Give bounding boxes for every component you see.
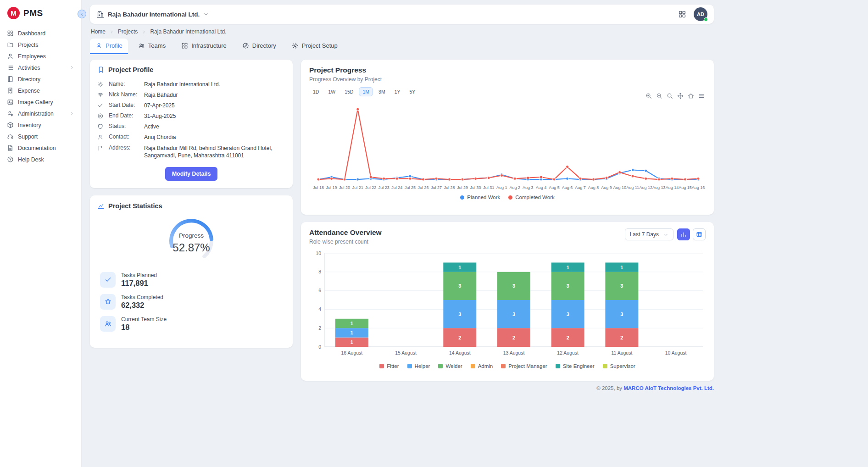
legend-welder[interactable]: Welder <box>438 363 462 369</box>
legend-admin[interactable]: Admin <box>471 363 493 369</box>
tab-teams[interactable]: Teams <box>133 39 171 54</box>
sidebar-item-documentation[interactable]: Documentation <box>0 142 81 154</box>
legend-label: Project Manager <box>508 363 547 369</box>
sidebar-item-dashboard[interactable]: Dashboard <box>0 28 81 39</box>
legend-completed-work[interactable]: Completed Work <box>508 195 554 200</box>
stat-value: 62,332 <box>121 301 163 310</box>
svg-text:13 August: 13 August <box>503 350 525 356</box>
range-5y-button[interactable]: 5Y <box>406 87 419 96</box>
sidebar-item-support[interactable]: Support <box>0 131 81 142</box>
sidebar-item-activities[interactable]: Activities <box>0 62 81 73</box>
app-logo[interactable]: M PMS <box>0 0 81 25</box>
sidebar-item-image-gallery[interactable]: Image Gallery <box>0 96 81 108</box>
attendance-chart[interactable]: 024681011116 August15 August233114 Augus… <box>309 248 706 362</box>
legend-project-manager[interactable]: Project Manager <box>501 363 547 369</box>
card-header: Project Profile <box>97 66 285 73</box>
employees-icon <box>7 53 14 60</box>
project-progress-chart[interactable]: Jul 18Jul 19Jul 20Jul 21Jul 22Jul 23Jul … <box>309 97 706 194</box>
pan-icon[interactable] <box>677 93 684 99</box>
range-15d-button[interactable]: 15D <box>341 87 357 96</box>
field-value: Active <box>144 123 285 130</box>
zoom-in-icon[interactable] <box>645 93 652 99</box>
gear-icon <box>292 42 299 49</box>
tab-label: Profile <box>106 42 122 49</box>
range-3m-button[interactable]: 3M <box>375 87 389 96</box>
svg-text:1: 1 <box>351 330 353 335</box>
stat-text: Tasks Planned 117,891 <box>121 272 157 288</box>
star-icon <box>100 294 116 310</box>
svg-text:Jul 22: Jul 22 <box>365 185 376 190</box>
sidebar-item-inventory[interactable]: Inventory <box>0 119 81 131</box>
gauge-value: 52.87% <box>166 241 217 254</box>
chart-toolbar <box>645 93 705 99</box>
legend-label: Supervisor <box>610 363 635 369</box>
footer-text: © 2025, by <box>596 385 623 391</box>
sidebar-item-directory[interactable]: Directory <box>0 73 81 85</box>
legend-fitter[interactable]: Fitter <box>379 363 399 369</box>
company-selector[interactable]: Raja Bahadur International Ltd. <box>96 11 209 18</box>
stat-text: Current Team Size 18 <box>121 316 167 332</box>
breadcrumb-item-projects[interactable]: Projects <box>118 28 138 35</box>
sidebar-item-employees[interactable]: Employees <box>0 50 81 62</box>
legend-supervisor[interactable]: Supervisor <box>603 363 635 369</box>
range-1y-button[interactable]: 1Y <box>391 87 404 96</box>
sidebar-item-label: Expense <box>18 88 40 94</box>
field-label: Address: <box>109 145 141 151</box>
zoom-out-icon[interactable] <box>656 93 662 99</box>
legend-helper[interactable]: Helper <box>407 363 430 369</box>
tab-project-setup[interactable]: Project Setup <box>286 39 343 54</box>
sidebar-item-label: Directory <box>18 76 40 83</box>
stat-current-team-size: Current Team Size 18 <box>97 314 285 334</box>
sidebar-item-expense[interactable]: Expense <box>0 85 81 96</box>
apps-grid-button[interactable] <box>678 10 686 18</box>
magnifier-icon[interactable] <box>667 93 673 99</box>
field-value: 31-Aug-2025 <box>144 112 285 120</box>
progress-gauge: Progress 52.87% <box>166 215 217 266</box>
tab-directory[interactable]: Directory <box>237 39 282 54</box>
home-icon[interactable] <box>688 93 694 99</box>
range-1d-button[interactable]: 1D <box>309 87 323 96</box>
stat-label: Current Team Size <box>121 316 167 322</box>
svg-text:Jul 31: Jul 31 <box>483 185 494 190</box>
legend-planned-work[interactable]: Planned Work <box>460 195 500 200</box>
bar-chart-view-button[interactable] <box>677 228 690 240</box>
legend-marker <box>508 195 512 200</box>
sidebar-item-administration[interactable]: Administration <box>0 108 81 119</box>
top-header: Raja Bahadur International Ltd. AD <box>90 5 714 24</box>
svg-text:11 August: 11 August <box>611 350 632 356</box>
svg-text:Jul 25: Jul 25 <box>405 185 416 190</box>
sidebar-item-label: Inventory <box>18 122 41 128</box>
legend-label: Welder <box>445 363 462 369</box>
field-value: Raja Bahadur International Ltd. <box>144 81 285 88</box>
svg-text:3: 3 <box>567 283 569 289</box>
x-circle-icon <box>97 113 106 119</box>
legend-label: Helper <box>415 363 430 369</box>
menu-icon[interactable] <box>698 93 705 99</box>
breadcrumb-item-home[interactable]: Home <box>91 28 106 35</box>
infrastructure-icon <box>181 42 188 49</box>
sidebar-collapse-button[interactable] <box>78 10 86 18</box>
stats-list: Tasks Planned 117,891 Tasks Completed 62… <box>97 270 285 334</box>
card-header: Project Statistics <box>97 202 285 210</box>
sidebar-item-projects[interactable]: Projects <box>0 39 81 50</box>
administration-icon <box>7 110 14 117</box>
table-view-button[interactable] <box>693 228 706 240</box>
legend-marker <box>460 195 464 200</box>
button-row: Modify Details <box>97 167 285 181</box>
main-content: Raja Bahadur International Ltd. AD HomeP… <box>82 0 722 396</box>
project-statistics-card: Project Statistics Progress 52.87% Tasks… <box>90 195 293 348</box>
days-filter-select[interactable]: Last 7 Days <box>625 228 673 240</box>
projects-icon <box>7 41 14 48</box>
sidebar-item-help-desk[interactable]: Help Desk <box>0 154 81 165</box>
stat-tasks-completed: Tasks Completed 62,332 <box>97 292 285 311</box>
tab-infrastructure[interactable]: Infrastructure <box>176 39 232 54</box>
chevron-right-icon <box>69 111 74 116</box>
modify-details-button[interactable]: Modify Details <box>165 167 218 181</box>
footer-link[interactable]: MARCO AIoT Technologies Pvt. Ltd. <box>623 385 714 391</box>
tab-profile[interactable]: Profile <box>90 39 128 54</box>
range-1w-button[interactable]: 1W <box>324 87 339 96</box>
user-avatar[interactable]: AD <box>694 7 707 21</box>
range-1m-button[interactable]: 1M <box>359 87 373 96</box>
svg-text:Aug 10: Aug 10 <box>613 185 626 190</box>
legend-site-engineer[interactable]: Site Engineer <box>556 363 595 369</box>
